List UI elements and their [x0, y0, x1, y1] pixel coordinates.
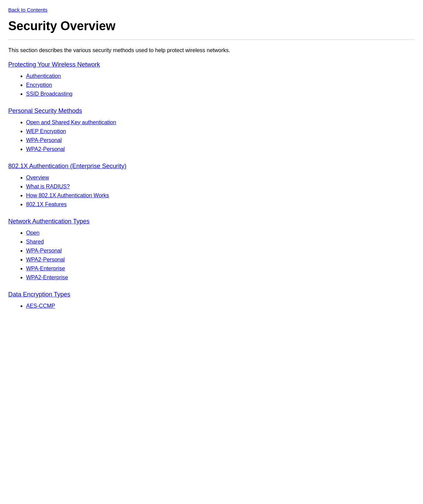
list-item-link-2-2[interactable]: How 802.1X Authentication Works	[26, 192, 109, 198]
section-heading-enterprise-security[interactable]: 802.1X Authentication (Enterprise Securi…	[8, 163, 126, 170]
list-item-link-3-0[interactable]: Open	[26, 230, 39, 236]
list-item: WPA-Personal	[26, 248, 415, 254]
list-item: 802.1X Features	[26, 201, 415, 208]
list-item-link-2-3[interactable]: 802.1X Features	[26, 201, 67, 207]
section-block-enterprise-security: 802.1X Authentication (Enterprise Securi…	[8, 163, 415, 208]
list-item-link-3-3[interactable]: WPA2-Personal	[26, 257, 65, 262]
section-list-personal-security-methods: Open and Shared Key authenticationWEP En…	[26, 119, 415, 152]
list-item-link-3-1[interactable]: Shared	[26, 239, 44, 245]
list-item: SSID Broadcasting	[26, 91, 415, 97]
section-heading-network-auth-types[interactable]: Network Authentication Types	[8, 218, 90, 225]
list-item-link-2-0[interactable]: Overview	[26, 175, 49, 180]
section-block-network-auth-types: Network Authentication Types OpenSharedW…	[8, 218, 415, 281]
intro-text: This section describes the various secur…	[8, 47, 415, 54]
section-list-data-encryption-types: AES-CCMP	[26, 303, 415, 309]
list-item: WPA-Personal	[26, 137, 415, 143]
list-item: Open and Shared Key authentication	[26, 119, 415, 126]
list-item: What is RADIUS?	[26, 184, 415, 190]
section-list-protecting-wireless-network: AuthenticationEncryptionSSID Broadcastin…	[26, 73, 415, 97]
list-item: How 802.1X Authentication Works	[26, 192, 415, 199]
list-item: Open	[26, 230, 415, 236]
list-item: WPA-Enterprise	[26, 266, 415, 272]
page-title: Security Overview	[8, 19, 415, 33]
list-item-link-3-2[interactable]: WPA-Personal	[26, 248, 62, 254]
list-item-link-1-3[interactable]: WPA2-Personal	[26, 146, 65, 152]
list-item-link-3-5[interactable]: WPA2-Enterprise	[26, 274, 68, 280]
list-item: Encryption	[26, 82, 415, 88]
list-item: WPA2-Personal	[26, 257, 415, 263]
section-block-personal-security-methods: Personal Security Methods Open and Share…	[8, 107, 415, 152]
list-item-link-0-1[interactable]: Encryption	[26, 82, 52, 88]
list-item-link-0-2[interactable]: SSID Broadcasting	[26, 91, 72, 97]
list-item: AES-CCMP	[26, 303, 415, 309]
section-list-network-auth-types: OpenSharedWPA-Personal WPA2-Personal WPA…	[26, 230, 415, 281]
list-item: WEP Encryption	[26, 128, 415, 134]
list-item-link-1-2[interactable]: WPA-Personal	[26, 137, 62, 143]
list-item: Authentication	[26, 73, 415, 79]
divider	[8, 39, 415, 40]
list-item: Overview	[26, 175, 415, 181]
section-heading-protecting-wireless-network[interactable]: Protecting Your Wireless Network	[8, 61, 100, 68]
sections-container: Protecting Your Wireless NetworkAuthenti…	[8, 61, 415, 309]
section-heading-data-encryption-types[interactable]: Data Encryption Types	[8, 291, 70, 298]
list-item-link-3-4[interactable]: WPA-Enterprise	[26, 266, 65, 271]
section-block-data-encryption-types: Data Encryption Types AES-CCMP	[8, 291, 415, 309]
list-item-link-4-0[interactable]: AES-CCMP	[26, 303, 55, 309]
section-heading-personal-security-methods[interactable]: Personal Security Methods	[8, 107, 82, 115]
list-item: Shared	[26, 239, 415, 245]
back-to-contents-link[interactable]: Back to Contents	[8, 7, 47, 13]
list-item-link-1-1[interactable]: WEP Encryption	[26, 128, 66, 134]
list-item-link-0-0[interactable]: Authentication	[26, 73, 61, 79]
section-list-enterprise-security: OverviewWhat is RADIUS?How 802.1X Authen…	[26, 175, 415, 208]
section-block-protecting-wireless-network: Protecting Your Wireless NetworkAuthenti…	[8, 61, 415, 97]
list-item: WPA2-Personal	[26, 146, 415, 152]
list-item: WPA2-Enterprise	[26, 274, 415, 281]
list-item-link-1-0[interactable]: Open and Shared Key authentication	[26, 119, 116, 125]
list-item-link-2-1[interactable]: What is RADIUS?	[26, 184, 70, 189]
